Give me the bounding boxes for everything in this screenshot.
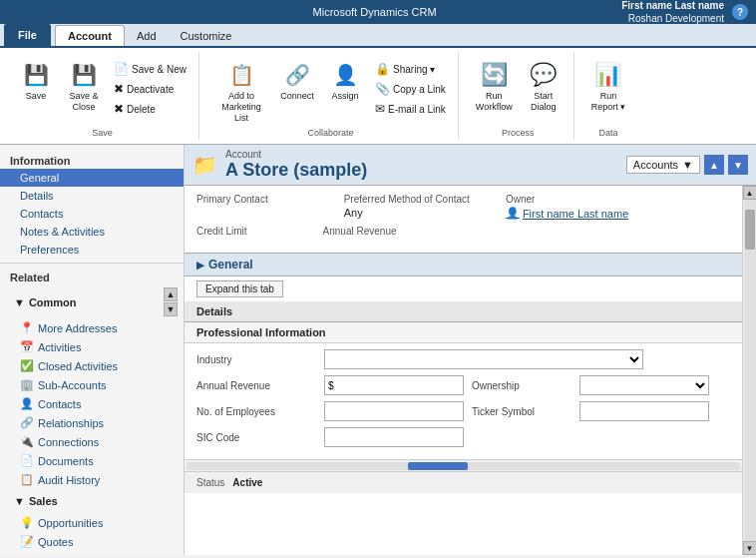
user-name: First name Last name <box>621 0 724 12</box>
content-inner: Primary Contact Preferred Method of Cont… <box>185 186 756 555</box>
run-workflow-button[interactable]: 🔄 RunWorkflow <box>471 56 518 116</box>
copy-link-label: Copy a Link <box>393 84 446 95</box>
expand-tab-button[interactable]: Expand this tab <box>196 280 283 297</box>
general-section-label: General <box>208 258 253 272</box>
sharing-button[interactable]: 🔒 Sharing ▾ <box>371 60 450 78</box>
status-value: Active <box>232 477 262 488</box>
marketing-list-button[interactable]: 📋 Add to MarketingList <box>211 56 271 126</box>
h-scrollbar[interactable] <box>185 459 742 471</box>
common-scroll-down[interactable]: ▼ <box>164 302 178 316</box>
ribbon-tabs: File Account Add Customize <box>0 24 756 48</box>
scroll-thumb <box>745 210 755 250</box>
annual-revenue-input[interactable] <box>324 375 464 395</box>
expand-area: Expand this tab Details <box>185 277 742 322</box>
sidebar-item-documents[interactable]: 📄 Documents <box>0 451 184 470</box>
relationships-icon: 🔗 <box>20 416 34 429</box>
content-area: 📁 Account A Store (sample) Accounts ▼ ▲ … <box>185 145 756 555</box>
run-report-icon: 📊 <box>592 59 624 91</box>
app-title: Microsoft Dynamics CRM <box>128 6 621 18</box>
sidebar-item-general[interactable]: General <box>0 169 184 187</box>
sidebar-item-relationships[interactable]: 🔗 Relationships <box>0 413 184 432</box>
accounts-dropdown-label: Accounts <box>633 159 678 171</box>
delete-button[interactable]: ✖ Delete <box>110 100 190 118</box>
sidebar-item-preferences[interactable]: Preferences <box>0 241 184 259</box>
sales-label: Sales <box>29 495 58 507</box>
marketing-label: Add to MarketingList <box>216 91 266 123</box>
owner-link[interactable]: 👤 First name Last name <box>506 207 628 220</box>
start-dialog-button[interactable]: 💬 StartDialog <box>522 56 566 116</box>
ticker-label: Ticker Symbol <box>472 406 571 417</box>
common-scroll-up[interactable]: ▲ <box>164 287 178 301</box>
help-icon[interactable]: ? <box>732 4 748 20</box>
ticker-input[interactable] <box>579 401 709 421</box>
sidebar-item-contacts[interactable]: Contacts <box>0 205 184 223</box>
email-link-button[interactable]: ✉ E-mail a Link <box>371 100 450 118</box>
employees-input[interactable] <box>324 401 464 421</box>
sic-input[interactable] <box>324 427 464 447</box>
employees-row: No. of Employees Ticker Symbol <box>196 401 730 421</box>
sidebar-item-details[interactable]: Details <box>0 187 184 205</box>
contacts-icon: 👤 <box>20 397 34 410</box>
sidebar-item-audit-history[interactable]: 📋 Audit History <box>0 470 184 489</box>
account-icon: 📁 <box>192 153 217 177</box>
tab-account[interactable]: Account <box>55 25 125 46</box>
run-workflow-icon: 🔄 <box>478 59 510 91</box>
deactivate-button[interactable]: ✖ Deactivate <box>110 80 190 98</box>
general-section-header[interactable]: ▶ General <box>185 253 742 277</box>
primary-info: Primary Contact Preferred Method of Cont… <box>185 186 742 253</box>
email-link-label: E-mail a Link <box>388 104 446 115</box>
common-section-header[interactable]: ▼ Common <box>6 292 85 312</box>
save-close-label: Save &Close <box>69 91 98 113</box>
assign-button[interactable]: 👤 Assign <box>323 56 367 105</box>
industry-select[interactable] <box>324 349 643 369</box>
activities-icon: 📅 <box>20 340 34 353</box>
content-header-left: 📁 Account A Store (sample) <box>192 149 367 181</box>
sidebar-item-notes[interactable]: Notes & Activities <box>0 223 184 241</box>
save-new-button[interactable]: 📄 Save & New <box>110 60 190 78</box>
scroll-track <box>744 200 756 541</box>
owner-person-icon: 👤 <box>506 207 520 220</box>
nav-down-button[interactable]: ▼ <box>728 155 748 175</box>
run-report-button[interactable]: 📊 RunReport ▾ <box>586 56 631 116</box>
collaborate-group-label: Collaborate <box>307 126 353 138</box>
accounts-dropdown[interactable]: Accounts ▼ <box>626 156 700 174</box>
content-header: 📁 Account A Store (sample) Accounts ▼ ▲ … <box>185 145 756 186</box>
run-report-label: RunReport ▾ <box>591 91 626 113</box>
tab-file[interactable]: File <box>4 24 51 46</box>
sidebar-item-opportunities[interactable]: 💡 Opportunities <box>0 513 184 532</box>
sidebar-item-activities[interactable]: 📅 Activities <box>0 337 184 356</box>
sidebar-item-sub-accounts[interactable]: 🏢 Sub-Accounts <box>0 375 184 394</box>
status-bar: Status Active <box>185 471 742 493</box>
start-dialog-icon: 💬 <box>528 59 560 91</box>
related-section-header: Related <box>0 268 184 285</box>
tab-add[interactable]: Add <box>125 26 169 46</box>
scroll-up-button[interactable]: ▲ <box>743 186 757 200</box>
connect-label: Connect <box>280 91 314 102</box>
common-expand-icon: ▼ <box>14 296 25 308</box>
opportunities-icon: 💡 <box>20 516 34 529</box>
ownership-select[interactable] <box>579 375 709 395</box>
status-label: Status <box>196 477 224 488</box>
save-group-label: Save <box>92 126 113 138</box>
sharing-label: Sharing ▾ <box>393 64 435 75</box>
process-group-label: Process <box>502 126 535 138</box>
nav-up-button[interactable]: ▲ <box>704 155 724 175</box>
save-close-button[interactable]: 💾 Save &Close <box>62 56 106 116</box>
tab-customize[interactable]: Customize <box>169 26 244 46</box>
copy-link-button[interactable]: 📎 Copy a Link <box>371 80 450 98</box>
scroll-down-button[interactable]: ▼ <box>743 541 757 555</box>
ribbon-group-data: 📊 RunReport ▾ Data <box>578 52 639 140</box>
save-button[interactable]: 💾 Save <box>14 56 58 105</box>
right-scrollbar[interactable]: ▲ ▼ <box>742 186 756 555</box>
sidebar-item-closed-activities[interactable]: ✅ Closed Activities <box>0 356 184 375</box>
sales-section-header[interactable]: ▼ Sales <box>6 491 66 511</box>
content-header-info: Account A Store (sample) <box>225 149 367 181</box>
sic-label: SIC Code <box>196 432 316 443</box>
sidebar-item-contacts[interactable]: 👤 Contacts <box>0 394 184 413</box>
sidebar-item-quotes[interactable]: 📝 Quotes <box>0 532 184 551</box>
sidebar-item-connections[interactable]: 🔌 Connections <box>0 432 184 451</box>
connect-button[interactable]: 🔗 Connect <box>275 56 319 105</box>
preferred-method-label: Preferred Method of Contact <box>344 194 470 205</box>
sidebar-item-more-addresses[interactable]: 📍 More Addresses <box>0 318 184 337</box>
content-title: A Store (sample) <box>225 160 367 181</box>
